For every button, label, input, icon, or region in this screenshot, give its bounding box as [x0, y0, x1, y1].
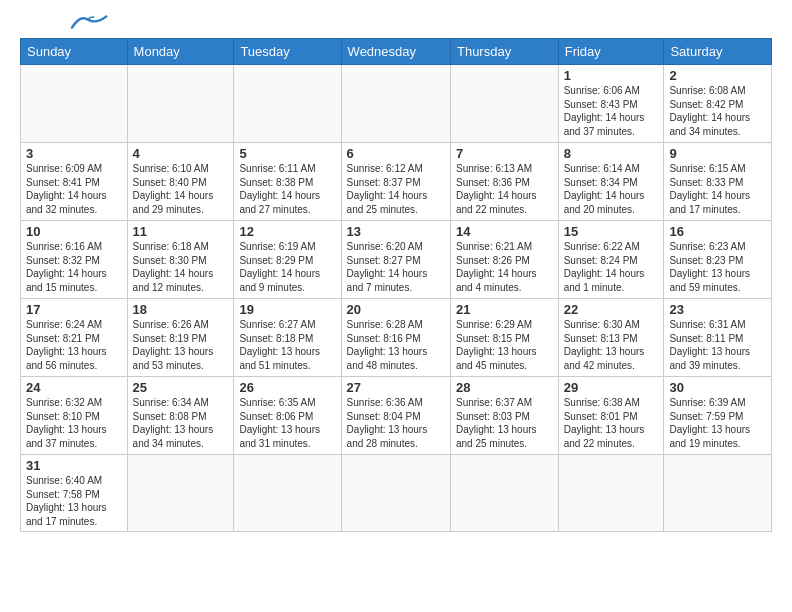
day-info: Sunrise: 6:14 AM Sunset: 8:34 PM Dayligh…: [564, 162, 659, 216]
week-row-5: 24Sunrise: 6:32 AM Sunset: 8:10 PM Dayli…: [21, 377, 772, 455]
calendar-cell: [234, 455, 341, 532]
day-info: Sunrise: 6:36 AM Sunset: 8:04 PM Dayligh…: [347, 396, 445, 450]
calendar-cell: 23Sunrise: 6:31 AM Sunset: 8:11 PM Dayli…: [664, 299, 772, 377]
weekday-monday: Monday: [127, 39, 234, 65]
calendar-cell: [21, 65, 128, 143]
weekday-wednesday: Wednesday: [341, 39, 450, 65]
week-row-2: 3Sunrise: 6:09 AM Sunset: 8:41 PM Daylig…: [21, 143, 772, 221]
calendar-cell: [450, 65, 558, 143]
day-info: Sunrise: 6:18 AM Sunset: 8:30 PM Dayligh…: [133, 240, 229, 294]
day-number: 25: [133, 380, 229, 395]
day-info: Sunrise: 6:26 AM Sunset: 8:19 PM Dayligh…: [133, 318, 229, 372]
day-number: 28: [456, 380, 553, 395]
day-number: 21: [456, 302, 553, 317]
calendar-cell: 25Sunrise: 6:34 AM Sunset: 8:08 PM Dayli…: [127, 377, 234, 455]
day-number: 24: [26, 380, 122, 395]
weekday-tuesday: Tuesday: [234, 39, 341, 65]
day-number: 1: [564, 68, 659, 83]
day-number: 26: [239, 380, 335, 395]
calendar-cell: 14Sunrise: 6:21 AM Sunset: 8:26 PM Dayli…: [450, 221, 558, 299]
calendar-cell: 4Sunrise: 6:10 AM Sunset: 8:40 PM Daylig…: [127, 143, 234, 221]
day-info: Sunrise: 6:34 AM Sunset: 8:08 PM Dayligh…: [133, 396, 229, 450]
weekday-thursday: Thursday: [450, 39, 558, 65]
calendar-cell: 17Sunrise: 6:24 AM Sunset: 8:21 PM Dayli…: [21, 299, 128, 377]
day-number: 22: [564, 302, 659, 317]
day-info: Sunrise: 6:11 AM Sunset: 8:38 PM Dayligh…: [239, 162, 335, 216]
day-info: Sunrise: 6:12 AM Sunset: 8:37 PM Dayligh…: [347, 162, 445, 216]
calendar-cell: 22Sunrise: 6:30 AM Sunset: 8:13 PM Dayli…: [558, 299, 664, 377]
page: SundayMondayTuesdayWednesdayThursdayFrid…: [0, 0, 792, 612]
day-info: Sunrise: 6:10 AM Sunset: 8:40 PM Dayligh…: [133, 162, 229, 216]
day-number: 27: [347, 380, 445, 395]
day-number: 18: [133, 302, 229, 317]
day-info: Sunrise: 6:23 AM Sunset: 8:23 PM Dayligh…: [669, 240, 766, 294]
day-number: 30: [669, 380, 766, 395]
logo: [20, 16, 108, 32]
day-info: Sunrise: 6:35 AM Sunset: 8:06 PM Dayligh…: [239, 396, 335, 450]
calendar-cell: [341, 65, 450, 143]
day-number: 19: [239, 302, 335, 317]
day-number: 9: [669, 146, 766, 161]
day-number: 31: [26, 458, 122, 473]
calendar-cell: 19Sunrise: 6:27 AM Sunset: 8:18 PM Dayli…: [234, 299, 341, 377]
calendar-cell: [558, 455, 664, 532]
weekday-friday: Friday: [558, 39, 664, 65]
day-info: Sunrise: 6:38 AM Sunset: 8:01 PM Dayligh…: [564, 396, 659, 450]
week-row-3: 10Sunrise: 6:16 AM Sunset: 8:32 PM Dayli…: [21, 221, 772, 299]
day-number: 14: [456, 224, 553, 239]
day-number: 5: [239, 146, 335, 161]
weekday-saturday: Saturday: [664, 39, 772, 65]
calendar-cell: 27Sunrise: 6:36 AM Sunset: 8:04 PM Dayli…: [341, 377, 450, 455]
day-number: 11: [133, 224, 229, 239]
week-row-6: 31Sunrise: 6:40 AM Sunset: 7:58 PM Dayli…: [21, 455, 772, 532]
day-info: Sunrise: 6:32 AM Sunset: 8:10 PM Dayligh…: [26, 396, 122, 450]
calendar-cell: [341, 455, 450, 532]
day-number: 23: [669, 302, 766, 317]
calendar-cell: 28Sunrise: 6:37 AM Sunset: 8:03 PM Dayli…: [450, 377, 558, 455]
calendar-cell: 13Sunrise: 6:20 AM Sunset: 8:27 PM Dayli…: [341, 221, 450, 299]
day-info: Sunrise: 6:31 AM Sunset: 8:11 PM Dayligh…: [669, 318, 766, 372]
weekday-sunday: Sunday: [21, 39, 128, 65]
week-row-1: 1Sunrise: 6:06 AM Sunset: 8:43 PM Daylig…: [21, 65, 772, 143]
calendar-cell: 15Sunrise: 6:22 AM Sunset: 8:24 PM Dayli…: [558, 221, 664, 299]
day-info: Sunrise: 6:08 AM Sunset: 8:42 PM Dayligh…: [669, 84, 766, 138]
calendar-cell: 9Sunrise: 6:15 AM Sunset: 8:33 PM Daylig…: [664, 143, 772, 221]
day-info: Sunrise: 6:27 AM Sunset: 8:18 PM Dayligh…: [239, 318, 335, 372]
calendar-cell: 2Sunrise: 6:08 AM Sunset: 8:42 PM Daylig…: [664, 65, 772, 143]
day-info: Sunrise: 6:28 AM Sunset: 8:16 PM Dayligh…: [347, 318, 445, 372]
calendar-cell: [127, 65, 234, 143]
day-info: Sunrise: 6:15 AM Sunset: 8:33 PM Dayligh…: [669, 162, 766, 216]
calendar-cell: 11Sunrise: 6:18 AM Sunset: 8:30 PM Dayli…: [127, 221, 234, 299]
calendar-cell: 1Sunrise: 6:06 AM Sunset: 8:43 PM Daylig…: [558, 65, 664, 143]
calendar-cell: 7Sunrise: 6:13 AM Sunset: 8:36 PM Daylig…: [450, 143, 558, 221]
day-number: 13: [347, 224, 445, 239]
day-number: 16: [669, 224, 766, 239]
day-number: 20: [347, 302, 445, 317]
day-info: Sunrise: 6:37 AM Sunset: 8:03 PM Dayligh…: [456, 396, 553, 450]
day-number: 7: [456, 146, 553, 161]
day-number: 15: [564, 224, 659, 239]
calendar-cell: 26Sunrise: 6:35 AM Sunset: 8:06 PM Dayli…: [234, 377, 341, 455]
calendar-cell: 20Sunrise: 6:28 AM Sunset: 8:16 PM Dayli…: [341, 299, 450, 377]
calendar-table: SundayMondayTuesdayWednesdayThursdayFrid…: [20, 38, 772, 532]
day-number: 6: [347, 146, 445, 161]
day-info: Sunrise: 6:22 AM Sunset: 8:24 PM Dayligh…: [564, 240, 659, 294]
day-info: Sunrise: 6:24 AM Sunset: 8:21 PM Dayligh…: [26, 318, 122, 372]
calendar-cell: 12Sunrise: 6:19 AM Sunset: 8:29 PM Dayli…: [234, 221, 341, 299]
calendar-cell: 16Sunrise: 6:23 AM Sunset: 8:23 PM Dayli…: [664, 221, 772, 299]
day-number: 12: [239, 224, 335, 239]
calendar-cell: [234, 65, 341, 143]
day-info: Sunrise: 6:16 AM Sunset: 8:32 PM Dayligh…: [26, 240, 122, 294]
calendar-cell: 5Sunrise: 6:11 AM Sunset: 8:38 PM Daylig…: [234, 143, 341, 221]
week-row-4: 17Sunrise: 6:24 AM Sunset: 8:21 PM Dayli…: [21, 299, 772, 377]
day-info: Sunrise: 6:19 AM Sunset: 8:29 PM Dayligh…: [239, 240, 335, 294]
calendar-cell: 30Sunrise: 6:39 AM Sunset: 7:59 PM Dayli…: [664, 377, 772, 455]
day-number: 4: [133, 146, 229, 161]
day-info: Sunrise: 6:39 AM Sunset: 7:59 PM Dayligh…: [669, 396, 766, 450]
header: [20, 16, 772, 32]
day-info: Sunrise: 6:09 AM Sunset: 8:41 PM Dayligh…: [26, 162, 122, 216]
day-info: Sunrise: 6:06 AM Sunset: 8:43 PM Dayligh…: [564, 84, 659, 138]
day-info: Sunrise: 6:13 AM Sunset: 8:36 PM Dayligh…: [456, 162, 553, 216]
calendar-cell: 21Sunrise: 6:29 AM Sunset: 8:15 PM Dayli…: [450, 299, 558, 377]
day-number: 2: [669, 68, 766, 83]
